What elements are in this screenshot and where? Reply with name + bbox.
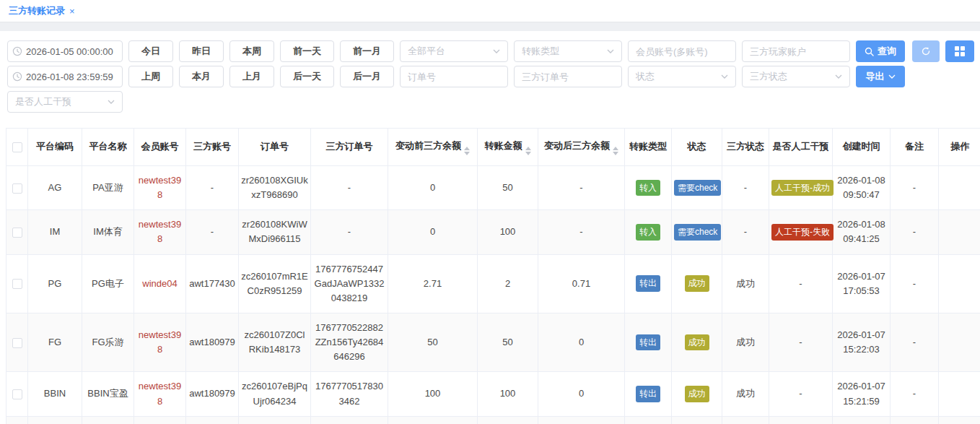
clock-icon (12, 46, 22, 56)
sort-icons[interactable] (525, 147, 531, 155)
col-header-balance_before[interactable]: 变动前三方余额 (388, 129, 478, 166)
manual-intervene-select-value: 是否人工干预 (15, 95, 71, 108)
transfer-type-select[interactable]: 转账类型 (514, 40, 622, 62)
select-all-checkbox[interactable] (12, 142, 22, 152)
table-row: LGLG电子newtest398awt180979zr260107LAD6M6y… (6, 416, 980, 424)
balance_before-cell: 0 (388, 210, 478, 254)
query-button-label: 查询 (878, 45, 896, 58)
tab-bar: 三方转账记录 × (0, 0, 980, 22)
end-time-input[interactable] (26, 72, 120, 82)
platform_code-cell: AG (28, 166, 82, 210)
records-table-container: 平台编码平台名称会员账号三方账号订单号三方订单号变动前三方余额转账金额变动后三方… (0, 116, 980, 424)
end-time-picker[interactable] (7, 66, 123, 87)
sort-asc-icon[interactable] (613, 147, 618, 150)
status-badge: 成功 (685, 334, 709, 351)
row-checkbox[interactable] (12, 389, 22, 399)
action-cell (939, 254, 980, 313)
status-badge: 转出 (636, 334, 660, 351)
platform-select-value: 全部平台 (408, 45, 445, 58)
col-header-third_order_no: 三方订单号 (311, 129, 388, 166)
column-settings-button[interactable] (945, 40, 974, 62)
member-account-link[interactable]: winde04 (142, 278, 177, 289)
col-header-transfer_amount[interactable]: 转账金额 (478, 129, 538, 166)
sort-desc-icon[interactable] (525, 152, 531, 155)
third-order-no-input[interactable] (514, 66, 622, 87)
sort-icons[interactable] (464, 147, 470, 155)
balance_before-cell: 0 (388, 416, 478, 424)
manual-intervene-select[interactable]: 是否人工干预 (7, 91, 123, 113)
tab-third-party-transfer-records[interactable]: 三方转账记录 × (9, 4, 75, 17)
quick-date-button[interactable]: 后一月 (340, 66, 394, 87)
member_account-cell: winde04 (134, 254, 186, 313)
member-account-input[interactable] (628, 40, 736, 62)
sort-asc-icon[interactable] (525, 147, 531, 150)
third_order_no-cell: 17677705178303462 (311, 372, 388, 416)
row-checkbox[interactable] (12, 228, 22, 238)
quick-date-button[interactable]: 前一天 (280, 40, 334, 62)
quick-buttons-row1: 今日昨日本周前一天前一月 (128, 40, 394, 62)
sort-desc-icon[interactable] (613, 152, 618, 155)
tab-bar-divider (0, 22, 980, 31)
col-label: 会员账号 (141, 141, 179, 152)
quick-date-button[interactable]: 本周 (229, 40, 274, 62)
third_status-cell: - (722, 166, 769, 210)
member-account-link[interactable]: newtest398 (139, 219, 181, 244)
status-badge: 成功 (685, 275, 709, 292)
member-account-link[interactable]: newtest398 (139, 175, 181, 200)
created_at-cell: 2026-01-08 09:41:25 (833, 210, 891, 254)
quick-date-button[interactable]: 后一天 (280, 66, 334, 87)
third_order_no-cell: 1767769496386v4UCxyXp65288486635 (311, 416, 388, 424)
third_account-cell: awt180979 (186, 416, 239, 424)
third_order_no-cell: 1767770522882ZZn156Ty42684646296 (311, 313, 388, 371)
member-account-link[interactable]: newtest398 (139, 329, 181, 355)
quick-date-button[interactable]: 本月 (179, 66, 224, 87)
col-header-status: 状态 (672, 129, 722, 166)
third-player-account-input[interactable] (742, 40, 850, 62)
sort-desc-icon[interactable] (464, 152, 470, 155)
remark-cell: - (891, 210, 939, 254)
row-checkbox[interactable] (12, 338, 22, 348)
table-row: PGPG电子winde04awt177430zc260107mR1EC0zR95… (6, 254, 980, 313)
col-label: 操作 (951, 141, 970, 152)
col-header-platform_name: 平台名称 (82, 129, 134, 166)
quick-date-button[interactable]: 昨日 (179, 40, 224, 62)
start-time-picker[interactable] (7, 40, 123, 62)
third_order_no-cell: - (311, 210, 388, 254)
transfer_amount-cell: 50 (478, 166, 538, 210)
member-account-link[interactable]: newtest398 (139, 381, 181, 406)
grid-icon (955, 46, 965, 56)
col-header-created_at: 创建时间 (833, 129, 891, 166)
status-cell: 需要check (672, 166, 722, 210)
query-button[interactable]: 查询 (856, 40, 905, 62)
balance_before-cell: 100 (388, 372, 478, 416)
table-header-row: 平台编码平台名称会员账号三方账号订单号三方订单号变动前三方余额转账金额变动后三方… (6, 129, 980, 166)
balance_before-cell: 2.71 (388, 254, 478, 313)
col-header-balance_after[interactable]: 变动后三方余额 (538, 129, 625, 166)
col-header-order_no: 订单号 (239, 129, 311, 166)
row-checkbox[interactable] (12, 279, 22, 289)
select-cell (6, 166, 28, 210)
platform-select[interactable]: 全部平台 (400, 40, 508, 62)
status-select[interactable]: 状态 (628, 66, 736, 87)
third_status-cell: 成功 (722, 254, 769, 313)
export-button[interactable]: 导出 (856, 66, 905, 87)
third-status-select[interactable]: 三方状态 (742, 66, 850, 87)
row-checkbox[interactable] (12, 183, 22, 194)
balance_before-cell: 0 (388, 166, 478, 210)
manual_intervene-cell: - (769, 416, 833, 424)
quick-date-button[interactable]: 上月 (229, 66, 274, 87)
start-time-input[interactable] (26, 46, 120, 57)
sort-asc-icon[interactable] (464, 147, 470, 150)
tab-close-icon[interactable]: × (69, 6, 75, 17)
order-no-input[interactable] (400, 66, 508, 87)
balance_after-cell: 100 (538, 416, 625, 424)
remark-cell: 转账成功 (891, 416, 939, 424)
refresh-button[interactable] (912, 40, 940, 62)
sort-icons[interactable] (613, 147, 618, 155)
quick-date-button[interactable]: 今日 (128, 40, 173, 62)
third_status-cell: 成功 (722, 313, 769, 371)
quick-date-button[interactable]: 上周 (128, 66, 173, 87)
quick-date-button[interactable]: 前一月 (340, 40, 394, 62)
chevron-down-icon (721, 74, 728, 79)
status-badge: 转出 (636, 275, 660, 292)
